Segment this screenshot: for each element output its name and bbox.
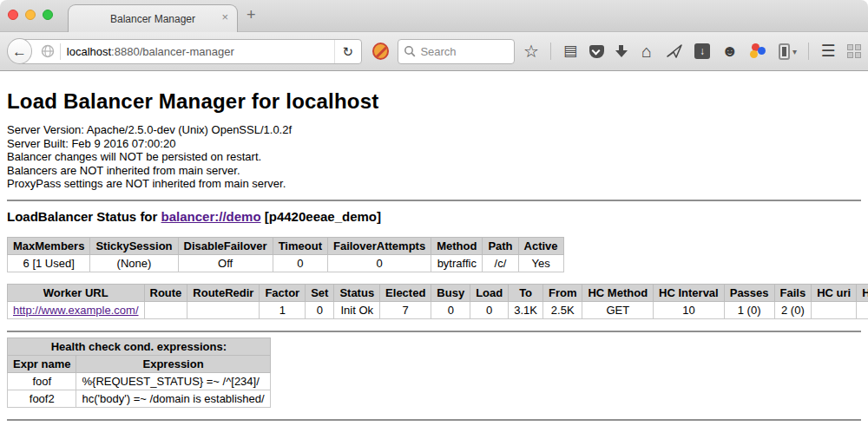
cell-expr-name: foof2 — [8, 390, 76, 407]
col-hc-method: HC Method — [582, 284, 654, 301]
col-status: Status — [334, 284, 380, 301]
worker-url-link[interactable]: http://www.example.com/ — [13, 304, 139, 317]
col-hc-expr: HC Expr — [857, 284, 868, 301]
toolbar-separator — [808, 43, 809, 60]
col-load: Load — [470, 284, 509, 301]
back-arrow-icon: ← — [12, 44, 27, 59]
col-active: Active — [518, 237, 563, 254]
cell-hc-interval: 10 — [654, 301, 725, 318]
url-divider — [60, 43, 61, 60]
inherit-note-line: Balancers are NOT inherited from main se… — [7, 164, 861, 178]
battery-extension-button[interactable]: ▾ — [779, 43, 797, 60]
cell-status: Init Ok — [334, 301, 380, 318]
window-zoom-button[interactable] — [43, 10, 53, 20]
divider — [7, 331, 861, 332]
col-routeredir: RouteRedir — [187, 284, 260, 301]
window-minimize-button[interactable] — [25, 10, 36, 20]
cell-path: /c/ — [483, 254, 518, 272]
col-expr-name: Expr name — [8, 355, 76, 372]
reload-button[interactable]: ↻ — [334, 40, 362, 63]
cell-expression: %{REQUEST_STATUS} =~ /^[234]/ — [76, 372, 270, 390]
tab-title: Balancer Manager — [110, 13, 195, 25]
reading-list-icon[interactable]: ▤ — [562, 43, 578, 60]
url-bar[interactable]: localhost:8880/balancer-manager ↻ — [19, 39, 362, 64]
col-stickysession: StickySession — [90, 237, 178, 254]
search-bar — [398, 39, 515, 64]
cell-route — [144, 301, 187, 318]
cell-hc-method: GET — [582, 301, 654, 318]
tab-close-icon[interactable]: × — [221, 11, 228, 23]
health-check-table: Health check cond. expressions: Expr nam… — [7, 338, 271, 408]
col-maxmembers: MaxMembers — [8, 237, 90, 254]
back-button[interactable]: ← — [7, 38, 32, 64]
heading-prefix: LoadBalancer Status for — [7, 209, 161, 224]
cell-active: Yes — [518, 254, 563, 272]
col-method: Method — [431, 237, 483, 254]
browser-window: Balancer Manager × + ← localhost:8880/ba… — [0, 0, 868, 426]
navigation-toolbar: ← localhost:8880/balancer-manager ↻ ☆ ▤ — [0, 32, 868, 71]
page-content: Load Balancer Manager for localhost Serv… — [0, 71, 868, 425]
toolbar-separator — [550, 43, 551, 60]
col-route: Route — [144, 284, 187, 301]
heading-suffix: [p4420eeae_demo] — [261, 209, 381, 224]
downloads-icon[interactable] — [615, 45, 628, 57]
tab-groups-icon[interactable] — [847, 44, 861, 58]
balancer-note-line: Balancer changes will NOT be persisted o… — [7, 150, 861, 164]
cell-set: 0 — [306, 301, 334, 318]
balancer-status-table: MaxMembers StickySession DisableFailover… — [7, 237, 564, 272]
pocket-icon[interactable] — [589, 45, 604, 58]
window-controls — [8, 10, 53, 20]
cell-expr-name: foof — [8, 372, 76, 390]
cell-timeout: 0 — [273, 254, 327, 272]
new-tab-button[interactable]: + — [247, 7, 256, 23]
col-hc-uri: HC uri — [812, 284, 857, 301]
url-domain: localhost — [67, 45, 111, 58]
search-input[interactable] — [420, 45, 507, 58]
balancer-demo-link[interactable]: balancer://demo — [161, 209, 261, 224]
plugin-blocked-icon[interactable] — [372, 43, 389, 60]
col-hc-interval: HC Interval — [654, 284, 725, 301]
divider — [7, 200, 861, 201]
send-tab-icon[interactable] — [666, 43, 683, 59]
col-passes: Passes — [724, 284, 774, 301]
proxypass-note-line: ProxyPass settings are NOT inherited fro… — [7, 177, 861, 191]
server-version-line: Server Version: Apache/2.5.0-dev (Unix) … — [7, 123, 861, 137]
server-info: Server Version: Apache/2.5.0-dev (Unix) … — [7, 123, 861, 191]
feedback-smiley-icon[interactable]: ☻ — [721, 43, 739, 60]
url-input[interactable]: localhost:8880/balancer-manager — [67, 45, 334, 58]
cell-stickysession: (None) — [90, 254, 178, 272]
cell-hc-uri — [812, 301, 857, 318]
cell-worker-url: http://www.example.com/ — [8, 301, 145, 318]
window-close-button[interactable] — [8, 10, 18, 20]
cell-to: 3.1K — [509, 301, 543, 318]
hamburger-menu-icon[interactable]: ☰ — [820, 43, 836, 60]
col-path: Path — [483, 237, 518, 254]
browser-tab-bar: Balancer Manager × + — [0, 0, 868, 32]
col-from: From — [542, 284, 582, 301]
bookmark-star-icon[interactable]: ☆ — [523, 43, 539, 60]
cell-routeredir — [187, 301, 260, 318]
col-failoverattempts: FailoverAttempts — [327, 237, 431, 254]
colored-dots-extension-icon[interactable] — [750, 43, 767, 60]
server-built-line: Server Built: Feb 9 2016 07:00:20 — [7, 137, 861, 151]
browser-tab[interactable]: Balancer Manager × — [68, 4, 238, 32]
cell-load: 0 — [470, 301, 509, 318]
cell-method: bytraffic — [431, 254, 483, 272]
download-extension-icon[interactable]: ↓ — [694, 43, 710, 59]
col-expression: Expression — [76, 355, 270, 372]
table-row: foof %{REQUEST_STATUS} =~ /^[234]/ — [8, 372, 271, 390]
toolbar-icons: ☆ ▤ ⌂ ↓ ☻ ▾ ☰ — [523, 43, 861, 60]
search-icon — [404, 45, 416, 57]
home-icon[interactable]: ⌂ — [639, 43, 654, 59]
divider — [7, 419, 861, 421]
worker-table: Worker URL Route RouteRedir Factor Set S… — [7, 284, 868, 319]
chevron-down-icon: ▾ — [792, 47, 797, 56]
col-timeout: Timeout — [273, 237, 327, 254]
cell-expression: hc('body') =~ /domain is established/ — [76, 390, 270, 407]
cell-busy: 0 — [431, 301, 470, 318]
table-row: 6 [1 Used] (None) Off 0 0 bytraffic /c/ … — [8, 254, 564, 272]
cell-hc-expr: foof2 — [857, 301, 868, 318]
table-row: foof2 hc('body') =~ /domain is establish… — [8, 390, 271, 407]
col-set: Set — [306, 284, 334, 301]
col-busy: Busy — [431, 284, 470, 301]
